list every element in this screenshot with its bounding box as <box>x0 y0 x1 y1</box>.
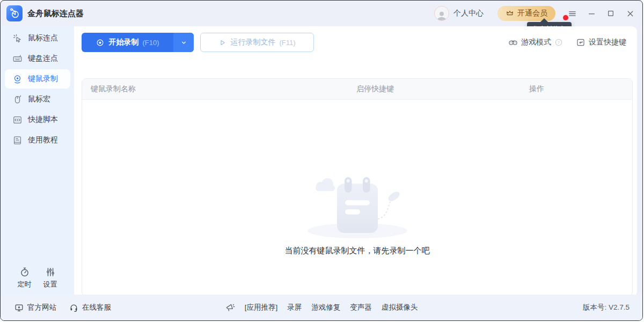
avatar[interactable] <box>434 6 449 21</box>
start-record-dropdown[interactable] <box>173 33 194 52</box>
megaphone-icon <box>225 303 235 312</box>
promo-link-game-fix[interactable]: 游戏修复 <box>311 303 340 312</box>
chevron-down-icon <box>180 39 188 47</box>
settings-sliders-icon <box>45 267 56 277</box>
timer-tool[interactable]: 定时 <box>18 267 32 289</box>
set-hotkey-label: 设置快捷键 <box>589 38 626 47</box>
table-body: 当前没有键鼠录制文件，请先录制一个吧 <box>82 100 632 296</box>
sidebar-item-label: 键盘连点 <box>28 54 58 63</box>
promo-bar: [应用推荐] 录屏 游戏修复 变声器 虚拟摄像头 <box>225 303 418 312</box>
keyboard-icon <box>12 54 23 64</box>
sidebar-item-quick-script[interactable]: 快捷脚本 <box>5 110 70 129</box>
run-record-file-hotkey: (F11) <box>279 39 295 47</box>
online-service-link[interactable]: 在线客服 <box>69 303 111 312</box>
question-circle-icon[interactable]: ? <box>554 38 563 47</box>
run-record-file-button[interactable]: 运行录制文件 (F11) <box>200 33 314 52</box>
headset-icon <box>69 303 78 312</box>
game-mode-toggle[interactable]: 游戏模式 ? <box>508 38 563 47</box>
sidebar-item-label: 键鼠录制 <box>28 74 58 84</box>
empty-notepad-illustration <box>306 174 409 239</box>
promo-link-virtual-camera[interactable]: 虚拟摄像头 <box>382 303 418 312</box>
sidebar-item-mouse-clicker[interactable]: 鼠标连点 <box>5 28 70 48</box>
vip-button[interactable]: 开通会员 <box>497 6 555 21</box>
empty-state: 当前没有键鼠录制文件，请先录制一个吧 <box>82 174 632 256</box>
code-box-icon <box>12 115 23 125</box>
cursor-click-icon <box>12 33 23 43</box>
online-service-label: 在线客服 <box>82 303 111 312</box>
app-title: 金舟鼠标连点器 <box>27 9 84 19</box>
start-record-button[interactable]: 开始录制 (F10) <box>82 33 194 52</box>
official-site-link[interactable]: 官方网站 <box>14 303 56 312</box>
sidebar-item-mouse-macro[interactable]: 鼠标宏 <box>5 90 70 109</box>
sidebar-item-label: 快捷脚本 <box>28 115 58 125</box>
sidebar-item-label: 鼠标宏 <box>28 94 50 104</box>
table-header: 键鼠录制名称 启停快捷键 操作 <box>82 79 632 100</box>
set-hotkey-button[interactable]: 设置快捷键 <box>576 38 626 47</box>
svg-text:?: ? <box>558 40 560 45</box>
settings-label: 设置 <box>43 280 57 289</box>
vip-button-label: 开通会员 <box>517 9 547 18</box>
record-file-table: 键鼠录制名称 启停快捷键 操作 <box>82 78 633 296</box>
maximize-icon[interactable] <box>604 6 618 20</box>
play-icon <box>218 39 226 47</box>
main-content: 开始录制 (F10) 运行录制文件 <box>74 26 637 297</box>
start-record-label: 开始录制 <box>108 38 138 47</box>
app-window: 金舟鼠标连点器 个人中心 开通会员 <box>0 0 643 321</box>
version-text: 版本号: V2.7.5 <box>583 303 630 312</box>
settings-tool[interactable]: 设置 <box>43 267 57 289</box>
record-icon <box>96 38 105 47</box>
column-header-name: 键鼠录制名称 <box>82 84 348 94</box>
mouse-icon <box>12 94 23 105</box>
app-logo-icon <box>6 5 23 21</box>
column-header-actions: 操作 <box>521 84 632 94</box>
notification-dot <box>563 15 568 20</box>
sidebar: 鼠标连点 键盘连点 键 <box>1 26 74 297</box>
titlebar: 金舟鼠标连点器 个人中心 开通会员 <box>1 1 642 26</box>
promo-link-voice-changer[interactable]: 变声器 <box>350 303 372 312</box>
sidebar-item-label: 使用教程 <box>28 135 58 145</box>
tutorial-icon <box>12 135 23 145</box>
minimize-icon[interactable] <box>584 6 598 20</box>
sidebar-item-label: 鼠标连点 <box>28 33 58 43</box>
monitor-icon <box>14 303 24 312</box>
run-record-file-label: 运行录制文件 <box>230 38 275 47</box>
gamepad-icon <box>508 38 518 47</box>
game-mode-label: 游戏模式 <box>521 38 551 47</box>
sidebar-item-record[interactable]: 键鼠录制 <box>5 69 70 89</box>
recorder-icon <box>12 74 23 84</box>
promo-label: [应用推荐] <box>245 303 278 312</box>
hotkey-icon <box>576 38 586 47</box>
official-site-label: 官方网站 <box>27 303 56 312</box>
footer: 官方网站 在线客服 <box>1 295 642 320</box>
sidebar-item-tutorial[interactable]: 使用教程 <box>5 130 70 150</box>
sidebar-item-keyboard-clicker[interactable]: 键盘连点 <box>5 49 70 68</box>
empty-state-text: 当前没有键鼠录制文件，请先录制一个吧 <box>285 246 430 256</box>
column-header-hotkey: 启停快捷键 <box>348 84 521 94</box>
promo-link-screen-record[interactable]: 录屏 <box>287 303 302 312</box>
timer-icon <box>19 267 30 277</box>
user-center-link[interactable]: 个人中心 <box>453 9 484 18</box>
close-icon[interactable] <box>623 6 637 20</box>
toolbar: 开始录制 (F10) 运行录制文件 <box>82 33 626 52</box>
start-record-hotkey: (F10) <box>142 39 159 47</box>
timer-label: 定时 <box>18 280 32 289</box>
crown-icon <box>506 9 514 18</box>
